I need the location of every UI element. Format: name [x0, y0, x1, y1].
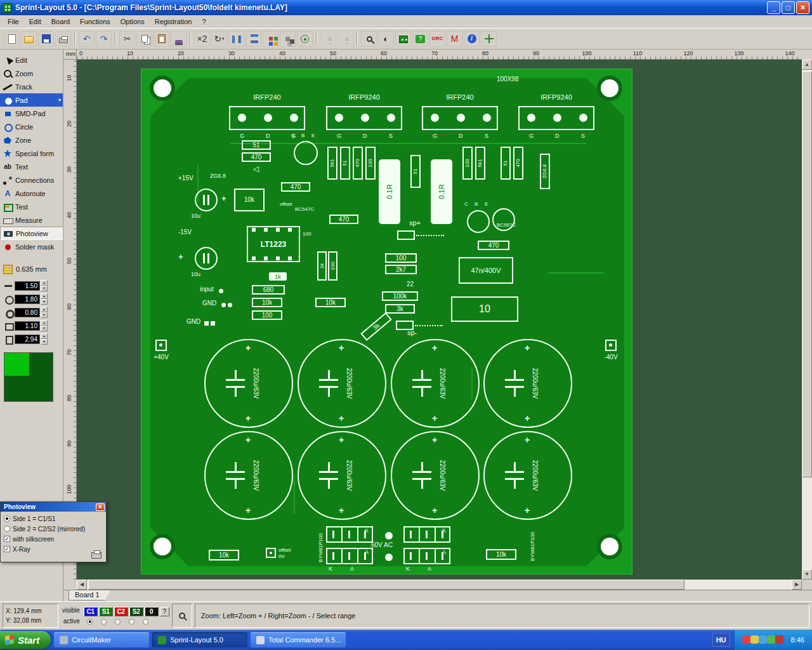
menu-item-functions[interactable]: Functions: [75, 17, 115, 27]
photoview-option-side-1-c1-s1[interactable]: Side 1 = C1/S1: [1, 514, 106, 524]
layers-button[interactable]: [395, 31, 411, 47]
tab-board-1[interactable]: Board 1: [69, 590, 110, 600]
start-button[interactable]: Start: [0, 631, 51, 649]
tray-icon-1[interactable]: [742, 635, 750, 644]
copy-button[interactable]: [136, 31, 152, 47]
layer-visible-c2[interactable]: C2: [114, 607, 128, 616]
radio-checked-icon[interactable]: [4, 515, 10, 522]
layer-visible-c1[interactable]: C1: [84, 607, 98, 616]
spinner-down-icon[interactable]: ▾: [41, 299, 48, 305]
printer-icon[interactable]: [91, 552, 102, 559]
ratsnest-button[interactable]: [297, 31, 313, 47]
grid-setting-button[interactable]: 0.635 mm: [0, 263, 63, 275]
language-indicator[interactable]: HU: [712, 633, 730, 647]
align-blocks-button[interactable]: [263, 31, 278, 47]
component-help-button[interactable]: ?: [412, 31, 428, 47]
menu-item-board[interactable]: Board: [46, 17, 75, 27]
tray-icon-2[interactable]: [750, 635, 759, 644]
pcb-canvas[interactable]: 100X98IRFP240GDSIRFP9240GDSIRFP240GDSIRF…: [77, 60, 802, 580]
undo-button[interactable]: ↶: [79, 31, 95, 47]
param-value[interactable]: 2.94: [15, 335, 40, 344]
redo-button[interactable]: ↷: [96, 31, 112, 47]
photoview-option-x-ray[interactable]: ✓X-Ray: [1, 544, 106, 554]
spinner-down-icon[interactable]: ▾: [41, 286, 48, 291]
param-value[interactable]: 1.10: [15, 321, 40, 331]
param-spinner[interactable]: ▴▾: [41, 280, 48, 291]
print-button[interactable]: [55, 31, 71, 47]
tool-zoom[interactable]: Zoom: [0, 67, 63, 80]
layer-active-radio-c2[interactable]: [115, 619, 121, 625]
layer-active-radio-s1[interactable]: [101, 619, 107, 625]
save-button[interactable]: [38, 31, 54, 47]
task-circuitmaker[interactable]: CircuitMaker: [54, 632, 149, 647]
tool-measure[interactable]: Measure: [0, 213, 63, 227]
layer-visible-s2[interactable]: S2: [129, 607, 143, 616]
tool-smd-pad[interactable]: SMD-Pad: [0, 107, 63, 120]
layer-active-radio-c1[interactable]: [87, 619, 93, 625]
zoom-mode-button[interactable]: [172, 604, 192, 628]
tray-icon-4[interactable]: [767, 635, 775, 644]
horizontal-scroll-track[interactable]: [87, 580, 792, 590]
tool-solder-mask[interactable]: Solder mask: [0, 240, 63, 253]
tool-circle[interactable]: Circle: [0, 120, 63, 133]
vertical-scroll-thumb[interactable]: [802, 71, 812, 477]
spinner-down-icon[interactable]: ▾: [41, 339, 48, 345]
tool-special-form[interactable]: Special form: [0, 147, 63, 160]
vertical-scroll-track[interactable]: [802, 70, 812, 569]
footprint-button[interactable]: [280, 31, 296, 47]
scroll-left-button[interactable]: ◀: [77, 580, 87, 590]
scroll-up-button[interactable]: ▲: [802, 60, 812, 70]
layer-active-radio-0[interactable]: [143, 619, 148, 625]
scroll-right-button[interactable]: ▶: [792, 580, 802, 590]
menu-item-file[interactable]: File: [3, 17, 24, 27]
snap-crosshair-button[interactable]: [481, 31, 497, 47]
layer-visible-0[interactable]: 0: [145, 607, 159, 616]
task-total-commander-6-5[interactable]: Total Commander 6.5...: [251, 632, 346, 647]
spinner-up-icon[interactable]: ▴: [41, 320, 48, 326]
horizontal-scrollbar[interactable]: ◀ ▶: [77, 580, 802, 590]
layer-visible-s1[interactable]: S1: [99, 607, 113, 616]
radio-unchecked-icon[interactable]: [4, 526, 10, 532]
paste-button[interactable]: [154, 31, 169, 47]
spinner-down-icon[interactable]: ▾: [41, 326, 48, 331]
minimize-button[interactable]: _: [767, 1, 780, 14]
close-button[interactable]: ×: [796, 1, 809, 14]
photoview-option-side-2-c2-s2-mirrored[interactable]: Side 2 = C2/S2 (mirrored): [1, 524, 106, 534]
new-button[interactable]: [4, 31, 20, 47]
tool-test[interactable]: Test: [0, 200, 63, 213]
mirror-horizontal-button[interactable]: [228, 31, 244, 47]
tool-autoroute[interactable]: AAutoroute: [0, 187, 63, 200]
layer-help-button[interactable]: ?: [160, 607, 169, 616]
tool-text[interactable]: abText: [0, 160, 63, 173]
macros-button[interactable]: M: [447, 31, 462, 47]
tool-connections[interactable]: Connections: [0, 173, 63, 187]
info-button[interactable]: i: [464, 31, 480, 47]
zoom-tool-button[interactable]: [361, 31, 377, 47]
photoview-contrast-button[interactable]: ◐: [378, 31, 394, 47]
spinner-up-icon[interactable]: ▴: [41, 307, 48, 312]
param-value[interactable]: 1.50: [15, 281, 40, 291]
spinner-up-icon[interactable]: ▴: [41, 333, 48, 339]
scale-x2-button[interactable]: ×2: [194, 31, 210, 47]
horizontal-scroll-thumb[interactable]: [88, 580, 684, 590]
dialog-close-button[interactable]: ×: [96, 503, 105, 511]
spinner-up-icon[interactable]: ▴: [41, 280, 48, 286]
param-spinner[interactable]: ▴▾: [41, 320, 48, 331]
stamp-button[interactable]: [171, 31, 187, 47]
scroll-down-button[interactable]: ▼: [802, 569, 812, 580]
checkbox-checked-icon[interactable]: ✓: [4, 546, 10, 552]
drc-button[interactable]: DRC: [429, 31, 445, 47]
checkbox-checked-icon[interactable]: ✓: [4, 536, 10, 542]
tray-icon-3[interactable]: [759, 635, 767, 644]
tool-zone[interactable]: Zone: [0, 133, 63, 147]
mirror-vertical-button[interactable]: [246, 31, 261, 47]
maximize-button[interactable]: □: [782, 1, 795, 14]
task-sprint-layout-5-0[interactable]: Sprint-Layout 5.0: [152, 632, 247, 647]
spinner-down-icon[interactable]: ▾: [41, 312, 48, 318]
layer-active-radio-s2[interactable]: [129, 619, 134, 625]
menu-item-help[interactable]: ?: [197, 17, 211, 27]
tool-track[interactable]: Track: [0, 80, 63, 93]
menu-item-options[interactable]: Options: [115, 17, 150, 27]
param-spinner[interactable]: ▴▾: [41, 333, 48, 345]
dialog-titlebar[interactable]: Photoview ×: [1, 502, 106, 512]
